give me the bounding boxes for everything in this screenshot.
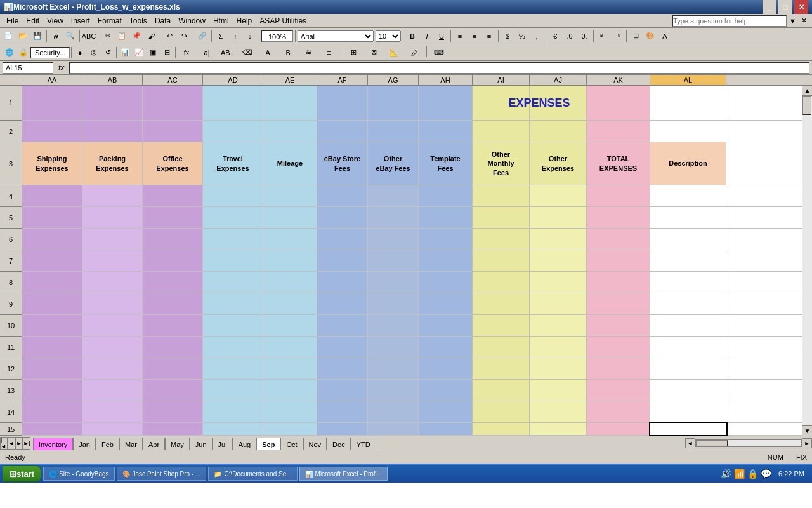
cell-ac9[interactable] [143,293,203,314]
cell-ag4[interactable] [368,185,419,206]
tb2-btn2[interactable]: 🔒 [16,46,30,60]
bold-btn[interactable]: B [405,29,419,43]
cell-ah4[interactable] [419,185,473,206]
cell-ah14[interactable] [419,401,473,422]
close-btn[interactable]: ✕ [794,0,808,14]
cell-ad5[interactable] [203,207,263,228]
cell-af1[interactable]: EXPENSES [317,86,368,120]
tb2-btn1[interactable]: 🌐 [3,46,16,60]
cell-al5[interactable] [650,207,726,228]
cell-ab9[interactable] [82,293,143,314]
align-center-btn[interactable]: ≡ [468,29,481,43]
cell-ak8[interactable] [587,272,650,293]
cell-ab7[interactable] [82,250,143,271]
percent-btn[interactable]: % [515,29,529,43]
cell-ai5[interactable] [473,207,530,228]
cell-ak6[interactable] [587,229,650,250]
cell-aj14[interactable] [530,401,587,422]
dec-dec-btn[interactable]: 0. [577,29,591,43]
indent-dec-btn[interactable]: ⇤ [596,29,610,43]
v-scrollbar[interactable]: ▲ ▼ [802,86,812,436]
menu-html[interactable]: Html [209,15,233,27]
cell-ab6[interactable] [82,229,143,250]
cell-ac15[interactable] [143,423,203,435]
tb2-btn4[interactable]: ◎ [87,46,101,60]
cell-ag5[interactable] [368,207,419,228]
menu-format[interactable]: Format [94,15,126,27]
preview-btn[interactable]: 🔍 [63,29,77,43]
cell-ah11[interactable] [419,337,473,358]
cell-aj10[interactable] [530,315,587,336]
cell-ab10[interactable] [82,315,143,336]
taskbar-btn-docs[interactable]: 📁 C:\Documents and Se... [208,467,297,481]
cell-aa9[interactable] [22,293,82,314]
tab-ytd[interactable]: YTD [351,438,376,450]
menu-edit[interactable]: Edit [22,15,43,27]
cell-ad12[interactable] [203,358,263,379]
restore-btn[interactable]: □ [778,0,792,14]
cell-ac2[interactable] [143,121,203,142]
cell-aj5[interactable] [530,207,587,228]
cell-aa2[interactable] [22,121,82,142]
cell-ab1[interactable] [82,86,143,120]
cell-al8[interactable] [650,272,726,293]
cell-ad7[interactable] [203,250,263,271]
currency-btn[interactable]: $ [501,29,514,43]
cell-ab2[interactable] [82,121,143,142]
tab-apr[interactable]: Apr [143,438,165,450]
fill-color-btn[interactable]: 🎨 [643,29,657,43]
cell-ah3[interactable]: TemplateFees [419,142,473,185]
menu-window[interactable]: Window [174,15,209,27]
cell-ag7[interactable] [368,250,419,271]
start-button[interactable]: ⊞ start [3,465,41,482]
cell-ac1[interactable] [143,86,203,120]
tab-dec[interactable]: Dec [327,438,351,450]
cell-aj8[interactable] [530,272,587,293]
format-painter-btn[interactable]: 🖌 [144,29,158,43]
cell-ae3[interactable]: Mileage [263,142,317,185]
cell-ai11[interactable] [473,337,530,358]
tab-jan[interactable]: Jan [73,438,96,450]
cell-al2[interactable] [650,121,726,142]
cell-ac14[interactable] [143,401,203,422]
tab-nav-prev[interactable]: ◄ [8,437,15,450]
tab-jun[interactable]: Jun [190,438,213,450]
h-scroll-thumb[interactable] [696,440,728,446]
cell-ag9[interactable] [368,293,419,314]
cell-ac12[interactable] [143,358,203,379]
cell-aj15[interactable] [530,423,587,435]
taskbar-btn-goody[interactable]: 🌐 Site - GoodyBags [43,467,114,481]
help-arrow[interactable]: ▼ [789,17,796,25]
euro-btn[interactable]: € [548,29,562,43]
cell-aj2[interactable] [530,121,587,142]
h-scroll-track[interactable] [695,439,802,447]
col-header-ag[interactable]: AG [368,75,419,85]
tb2-view3[interactable]: 📐 [384,46,403,60]
cell-ag2[interactable] [368,121,419,142]
formula-input[interactable] [69,62,809,74]
cell-al15[interactable] [650,423,726,435]
minimize-btn[interactable]: _ [763,0,776,14]
cell-ah9[interactable] [419,293,473,314]
tab-nav-last[interactable]: ►| [23,437,30,450]
cell-ai2[interactable] [473,121,530,142]
scroll-down-btn[interactable]: ▼ [802,425,812,436]
cell-ai15[interactable] [473,423,530,435]
cell-af9[interactable] [317,293,368,314]
cut-btn[interactable]: ✂ [100,29,114,43]
h-scroll-right[interactable]: ► [802,438,812,448]
cell-ac7[interactable] [143,250,203,271]
tab-mar[interactable]: Mar [119,438,143,450]
cell-ai10[interactable] [473,315,530,336]
cell-aj12[interactable] [530,358,587,379]
tab-oct[interactable]: Oct [280,438,303,450]
cell-ah6[interactable] [419,229,473,250]
cell-ab13[interactable] [82,380,143,401]
cell-ae9[interactable] [263,293,317,314]
cell-ag13[interactable] [368,380,419,401]
align-left-btn[interactable]: ≡ [453,29,467,43]
cell-ab11[interactable] [82,337,143,358]
dec-inc-btn[interactable]: .0 [563,29,577,43]
cell-ah7[interactable] [419,250,473,271]
cell-ae11[interactable] [263,337,317,358]
